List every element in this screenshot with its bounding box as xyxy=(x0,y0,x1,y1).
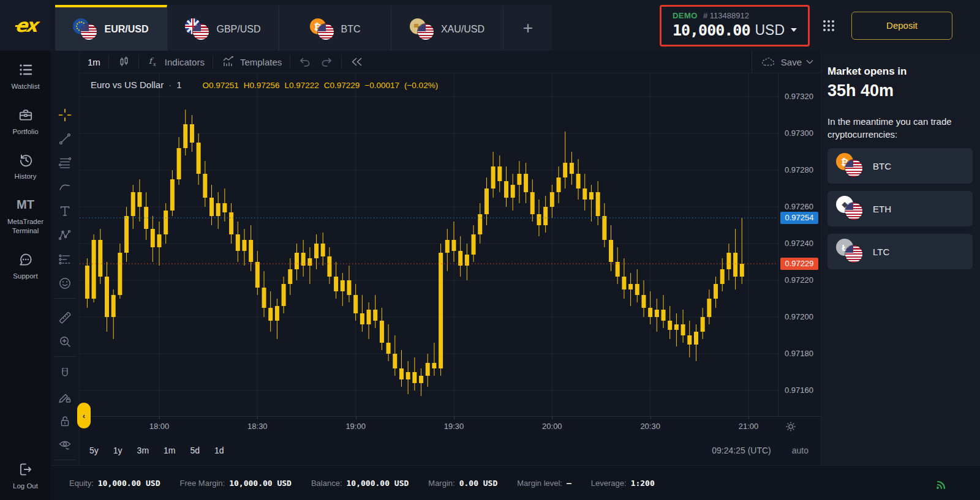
auto-scale-toggle[interactable]: auto xyxy=(792,446,809,455)
us-flag-icon xyxy=(81,24,97,40)
redo-button[interactable] xyxy=(320,51,341,73)
price-tick-label: 0.97160 xyxy=(785,386,813,395)
sidebar-item-metatrader[interactable]: MT MetaTrader Terminal xyxy=(3,197,48,236)
trend-line-tool[interactable] xyxy=(58,132,72,146)
status-margin: Margin: 0.00 USD xyxy=(428,479,497,488)
sidebar-item-support[interactable]: Support xyxy=(3,252,48,282)
range-1m[interactable]: 1m xyxy=(164,446,175,455)
measure-tool[interactable] xyxy=(58,310,72,325)
tab-xauusd[interactable]: XAU/USD xyxy=(391,5,503,51)
chart-legend: Euro vs US Dollar · 1 O0.97251 H0.97256 … xyxy=(91,80,438,90)
lock-all-tool[interactable] xyxy=(58,414,72,428)
range-5d[interactable]: 5d xyxy=(190,446,200,455)
sidebar-item-label: Watchlist xyxy=(3,82,48,92)
tab-label: GBP/USD xyxy=(216,24,260,35)
range-3m[interactable]: 3m xyxy=(137,446,149,455)
time-tick-mark xyxy=(552,417,552,419)
tab-label: BTC xyxy=(341,24,361,35)
utc-clock[interactable]: 09:24:25 (UTC) xyxy=(712,446,771,455)
status-balance: Balance: 10,000.00 USD xyxy=(311,479,409,488)
account-type-badge: DEMO xyxy=(673,11,698,20)
sidebar-item-portfolio[interactable]: Portfolio xyxy=(3,107,48,137)
ohlc-high: H0.97256 xyxy=(244,81,280,90)
crypto-item-ltc[interactable]: Ł LTC xyxy=(827,234,973,269)
xabcd-pattern-tool[interactable] xyxy=(58,228,72,242)
drawing-lock-tool[interactable] xyxy=(58,390,72,405)
zoom-in-tool[interactable] xyxy=(58,334,72,349)
time-axis[interactable]: 18:0018:3019:0019:3020:0020:3021:00 xyxy=(80,416,821,436)
time-tick-label: 19:30 xyxy=(444,422,464,431)
range-5y[interactable]: 5y xyxy=(89,446,99,455)
crypto-symbol: BTC xyxy=(873,161,891,171)
time-tick-mark xyxy=(748,417,749,419)
brand-logo[interactable]: ex xyxy=(0,0,51,51)
history-icon xyxy=(18,152,34,168)
magnet-tool[interactable] xyxy=(58,366,72,381)
save-layout-button[interactable]: Save xyxy=(752,51,821,73)
text-tool[interactable] xyxy=(58,204,72,218)
undo-icon xyxy=(298,55,312,69)
price-axis[interactable]: 0.973200.973000.972800.972600.972400.972… xyxy=(778,73,821,416)
add-instrument-button[interactable]: + xyxy=(503,5,552,51)
hide-drawings-tool[interactable] xyxy=(58,438,72,452)
svg-text:x: x xyxy=(153,61,156,67)
brush-tool[interactable] xyxy=(58,179,72,194)
crypto-symbol: ETH xyxy=(873,204,891,214)
ohlc-change-pct: (−0.02%) xyxy=(404,81,438,90)
range-bar: 5y 1y 3m 1m 5d 1d 09:24:25 (UTC) auto xyxy=(80,436,821,465)
emoji-tool[interactable] xyxy=(58,276,72,291)
time-tick-mark xyxy=(454,417,454,419)
save-label: Save xyxy=(781,57,802,67)
status-free-margin: Free Margin: 10,000.00 USD xyxy=(180,479,292,488)
candlestick-chart[interactable]: Euro vs US Dollar · 1 O0.97251 H0.97256 … xyxy=(80,73,778,416)
range-1d[interactable]: 1d xyxy=(214,446,224,455)
sidebar-item-history[interactable]: History xyxy=(3,152,48,182)
tab-label: EUR/USD xyxy=(104,24,148,35)
time-tick-label: 21:00 xyxy=(739,422,759,431)
chart-toolbar: 1m f x Indicators xyxy=(80,51,821,73)
chevron-down-icon xyxy=(791,28,797,32)
ohlc-change: −0.00017 xyxy=(364,81,399,90)
panel-collapse-handle[interactable]: ‹ xyxy=(77,403,91,428)
time-tick-label: 18:00 xyxy=(149,422,170,431)
crypto-item-eth[interactable]: ◆ ETH xyxy=(827,191,973,226)
fib-retracement-tool[interactable] xyxy=(58,155,72,170)
market-replay-button[interactable] xyxy=(342,51,372,73)
apps-grid-button[interactable] xyxy=(822,19,835,32)
projection-tool[interactable] xyxy=(58,252,72,267)
range-1y[interactable]: 1y xyxy=(113,446,123,455)
header-spacer xyxy=(552,0,660,51)
redo-icon xyxy=(320,55,333,69)
axis-settings-button[interactable] xyxy=(785,421,796,432)
us-flag-icon xyxy=(845,245,862,263)
status-value: 1:200 xyxy=(631,479,655,488)
indicators-button[interactable]: f x Indicators xyxy=(139,51,213,73)
crypto-item-btc[interactable]: ₿ BTC xyxy=(827,148,973,184)
status-value: – xyxy=(567,479,571,488)
crosshair-tool[interactable] xyxy=(58,108,72,122)
market-opens-subtitle: In the meantime you can trade cryptocurr… xyxy=(827,115,973,141)
ltcusd-flags-icon: Ł xyxy=(836,239,863,264)
tab-gbpusd[interactable]: GBP/USD xyxy=(167,5,279,51)
status-leverage: Leverage: 1:200 xyxy=(591,479,655,488)
time-tick-label: 20:00 xyxy=(542,422,562,431)
us-flag-icon xyxy=(845,203,862,220)
deposit-button[interactable]: Deposit xyxy=(851,12,952,40)
tab-eurusd[interactable]: EUR/USD xyxy=(55,5,167,51)
undo-button[interactable] xyxy=(290,51,320,73)
time-tick-mark xyxy=(356,417,356,419)
account-selector[interactable]: DEMO # 113488912 10,000.00 USD xyxy=(660,5,810,47)
timeframe-label: 1m xyxy=(88,57,100,67)
chart-canvas xyxy=(80,73,778,416)
templates-button[interactable]: Templates xyxy=(213,51,290,73)
chart-style-button[interactable] xyxy=(109,51,138,73)
templates-label: Templates xyxy=(240,57,282,67)
sidebar-item-watchlist[interactable]: Watchlist xyxy=(3,62,48,92)
cloud-save-icon xyxy=(761,56,777,68)
timeframe-button[interactable]: 1m xyxy=(80,51,108,73)
tab-btc[interactable]: ₿ BTC xyxy=(279,5,391,51)
status-label: Balance: xyxy=(311,479,342,488)
sidebar-item-label: Log Out xyxy=(3,482,48,491)
sidebar-item-label: Portfolio xyxy=(3,127,48,137)
sidebar-item-logout[interactable]: Log Out xyxy=(3,461,48,491)
